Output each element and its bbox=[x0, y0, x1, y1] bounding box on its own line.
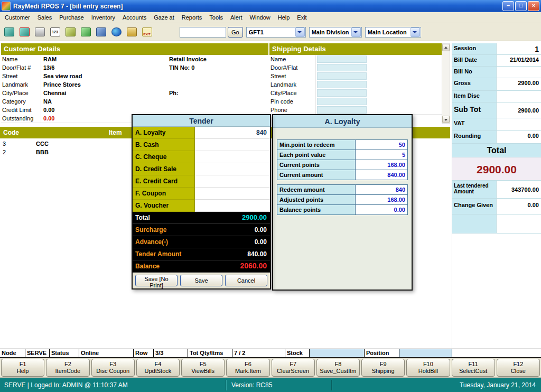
cash-method-value[interactable] bbox=[195, 139, 270, 151]
bill-cart-cancel-icon[interactable] bbox=[17, 25, 31, 39]
division-combo[interactable]: Main Division bbox=[309, 27, 362, 38]
f3-disc-coupon-button[interactable]: F3 Disc Coupon bbox=[91, 359, 135, 377]
balance-label: Balance bbox=[133, 260, 195, 273]
scroll-down-icon[interactable] bbox=[442, 116, 450, 123]
field-value[interactable]: Prince Stores bbox=[41, 81, 81, 88]
minimize-button[interactable]: – bbox=[502, 1, 514, 11]
menu-purchase[interactable]: Purchase bbox=[55, 13, 87, 22]
package-icon[interactable] bbox=[94, 25, 108, 39]
save-noprint-button[interactable]: Save [No Print] bbox=[135, 275, 178, 286]
menu-inventory[interactable]: Inventory bbox=[88, 13, 119, 22]
close-button[interactable]: × bbox=[528, 1, 539, 11]
f8-save-custitm-button[interactable]: F8 Save_CustItm bbox=[316, 359, 360, 377]
shipping-field[interactable] bbox=[317, 106, 367, 114]
cheque-method-value[interactable] bbox=[195, 151, 270, 163]
menu-exit[interactable]: Exit bbox=[293, 13, 310, 22]
cheque-method-label[interactable]: C. Cheque bbox=[133, 151, 195, 163]
bill-cart-icon[interactable] bbox=[2, 25, 16, 39]
icon-glyph bbox=[127, 27, 137, 36]
pricelist-combo[interactable]: GFT1 bbox=[246, 27, 306, 38]
tender-amount-label: Tender Amount bbox=[133, 248, 195, 260]
f11-selectcust-button[interactable]: F11 SelectCust bbox=[452, 359, 495, 377]
tender-total-value: 2900.00 bbox=[195, 212, 270, 224]
f9-shipping-button[interactable]: F9 Shipping bbox=[361, 359, 405, 377]
f6-mark-item-button[interactable]: F6 Mark.Item bbox=[226, 359, 269, 377]
fkey-label: SelectCust bbox=[459, 368, 487, 375]
barcode-123-icon[interactable]: 123 bbox=[48, 25, 62, 39]
field-value[interactable]: Sea view road bbox=[41, 73, 82, 79]
last-tendered-label: Last tendered Amount bbox=[452, 181, 497, 198]
menu-alert[interactable]: Alert bbox=[227, 13, 246, 22]
menu-window[interactable]: Window bbox=[246, 13, 274, 22]
cart-exchange-icon[interactable] bbox=[79, 25, 92, 39]
cart-icon[interactable] bbox=[63, 25, 77, 39]
f5-viewbills-button[interactable]: F5 ViewBills bbox=[181, 359, 225, 377]
phone-label: Ph: bbox=[169, 90, 179, 96]
credit-card-method-value[interactable] bbox=[195, 175, 270, 188]
loyalty-method-value[interactable]: 840 bbox=[195, 127, 270, 139]
coupon-method-label[interactable]: F. Coupon bbox=[133, 188, 195, 200]
f1-help-button[interactable]: F1 Help bbox=[1, 359, 44, 377]
field-value[interactable]: 13/6 bbox=[41, 64, 54, 71]
credit-sale-method-label[interactable]: D. Credit Sale bbox=[133, 163, 195, 175]
shipping-field[interactable] bbox=[317, 72, 367, 80]
f7-clearscreen-button[interactable]: F7 ClearScreen bbox=[272, 359, 315, 377]
cash-drawer-icon[interactable] bbox=[125, 25, 138, 39]
menu-customer[interactable]: Customer bbox=[1, 13, 34, 22]
shipping-field[interactable] bbox=[317, 81, 367, 88]
field-value[interactable]: RAM bbox=[41, 56, 57, 62]
go-button[interactable]: Go bbox=[228, 27, 243, 38]
toolbar: 123 EXIT Go GFT1 Main Division Main Loca… bbox=[0, 23, 541, 41]
field-value[interactable]: Chennai bbox=[41, 90, 66, 96]
printer-icon[interactable] bbox=[33, 25, 46, 39]
cash-method-label[interactable]: B. Cash bbox=[133, 139, 195, 151]
f2-itemcode-button[interactable]: F2 ItemCode bbox=[46, 359, 89, 377]
f12-close-button[interactable]: F12 Close bbox=[497, 359, 540, 377]
menu-gaze-at[interactable]: Gaze at bbox=[150, 13, 178, 22]
location-combo[interactable]: Main Location bbox=[365, 27, 421, 38]
total-label: Total bbox=[452, 144, 541, 157]
save-button[interactable]: Save bbox=[180, 275, 222, 286]
shipping-field[interactable] bbox=[317, 98, 367, 105]
shipping-field[interactable] bbox=[317, 55, 367, 63]
menu-tools[interactable]: Tools bbox=[206, 13, 227, 22]
loyalty-dialog-title: A. Loyalty bbox=[273, 115, 412, 128]
tender-method-row: E. Credit Card bbox=[133, 175, 270, 188]
exit-icon[interactable]: EXIT bbox=[140, 25, 154, 39]
invoice-type-value[interactable]: Retail Invoice bbox=[169, 56, 207, 62]
voucher-method-label[interactable]: G. Voucher bbox=[133, 200, 195, 212]
chevron-down-icon[interactable] bbox=[295, 27, 305, 37]
field-label: Credit Limit bbox=[1, 106, 41, 114]
credit-card-method-label[interactable]: E. Credit Card bbox=[133, 175, 195, 188]
chevron-down-icon[interactable] bbox=[411, 27, 420, 37]
chevron-down-icon[interactable] bbox=[351, 27, 361, 37]
code-column-header: Code bbox=[0, 129, 19, 136]
redeem-amount-input[interactable]: 840 bbox=[356, 185, 407, 194]
f4-updtstock-button[interactable]: F4 UpdtStock bbox=[136, 359, 180, 377]
scroll-up-icon[interactable] bbox=[442, 44, 450, 51]
f10-holdbill-button[interactable]: F10 HoldBill bbox=[406, 359, 450, 377]
shipping-field[interactable] bbox=[317, 64, 367, 71]
customer-row: Door/Flat # 13/6 TIN No: 0 bbox=[1, 63, 268, 72]
outstanding-value[interactable]: 0.00 bbox=[41, 115, 54, 122]
shipping-field[interactable] bbox=[317, 89, 367, 97]
cancel-button[interactable]: Cancel bbox=[225, 275, 267, 286]
maximize-button[interactable]: □ bbox=[515, 1, 527, 11]
credit-sale-method-value[interactable] bbox=[195, 163, 270, 175]
details-scrollbar[interactable] bbox=[442, 43, 450, 124]
loyalty-method-label[interactable]: A. Loyalty bbox=[133, 127, 195, 139]
menu-help[interactable]: Help bbox=[274, 13, 294, 22]
menu-reports[interactable]: Reports bbox=[178, 13, 206, 22]
menu-accounts[interactable]: Accounts bbox=[119, 13, 150, 22]
row-value: 3/3 bbox=[154, 349, 188, 357]
menu-sales[interactable]: Sales bbox=[34, 13, 56, 22]
field-value[interactable]: NA bbox=[41, 98, 52, 105]
voucher-method-value[interactable] bbox=[195, 200, 270, 212]
advance-value: 0.00 bbox=[195, 236, 270, 248]
field-value[interactable]: 0.00 bbox=[41, 107, 54, 113]
globe-icon[interactable] bbox=[109, 25, 123, 39]
barcode-input[interactable] bbox=[180, 27, 226, 38]
coupon-method-value[interactable] bbox=[195, 188, 270, 200]
tin-no-value[interactable]: TIN No: 0 bbox=[169, 64, 194, 71]
shipping-row: Door#/Flat bbox=[269, 63, 442, 72]
